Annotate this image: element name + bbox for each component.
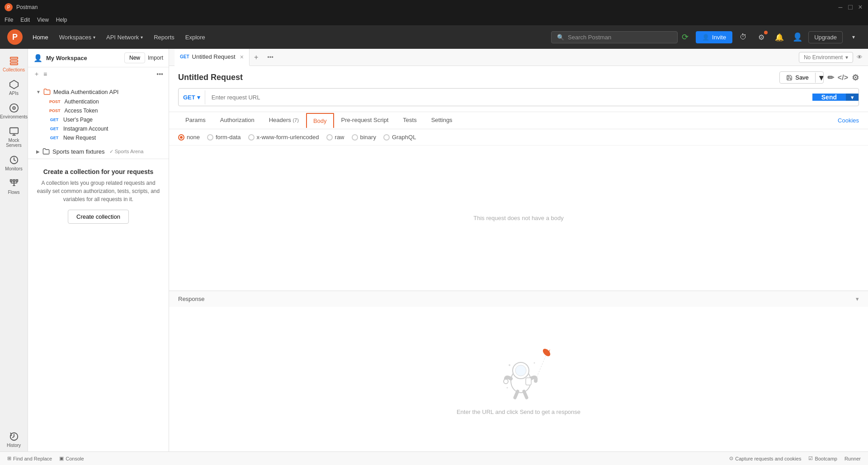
maximize-button[interactable]: □	[847, 4, 854, 10]
main-layout: Collections APIs Environments Mock Serve…	[0, 49, 868, 451]
tab-pre-request-script[interactable]: Pre-request Script	[334, 112, 396, 129]
invite-icon: 👤	[702, 34, 709, 41]
tab-params[interactable]: Params	[178, 112, 213, 129]
find-replace-icon: ⊞	[7, 456, 11, 461]
menu-file[interactable]: File	[5, 17, 13, 23]
sports-collection-name: Sports team fixtures	[52, 148, 105, 155]
env-name: No Environment	[804, 54, 843, 61]
new-button[interactable]: New	[124, 52, 145, 63]
send-chevron-button[interactable]: ▾	[846, 94, 859, 101]
body-option-binary[interactable]: binary	[352, 134, 376, 141]
search-icon: 🔍	[557, 34, 564, 41]
collection-folder-icon	[43, 88, 51, 95]
body-option-form-data[interactable]: form-data	[207, 134, 241, 141]
response-collapse-icon[interactable]: ▾	[856, 296, 859, 302]
radio-form-data	[207, 134, 213, 141]
nav-api-network[interactable]: API Network ▾	[102, 31, 147, 43]
endpoint-access-token[interactable]: POST Access Token	[33, 106, 163, 115]
tabs-more-button[interactable]: •••	[263, 51, 278, 63]
titlebar-controls[interactable]: – □ ×	[837, 4, 863, 10]
collection-sports-header[interactable]: ▶ Sports team fixtures ✓ Sports Arena	[33, 146, 163, 157]
code-icon[interactable]: </>	[838, 74, 848, 82]
edit-icon[interactable]: ✏	[827, 73, 834, 83]
save-button[interactable]: Save	[780, 72, 815, 83]
endpoint-instagram[interactable]: GET Instagram Account	[33, 124, 163, 133]
sidebar-item-monitors[interactable]: Monitors	[1, 151, 27, 175]
save-chevron-icon[interactable]: ▾	[815, 73, 823, 83]
upgrade-button[interactable]: Upgrade	[808, 31, 843, 43]
tab-headers[interactable]: Headers (7)	[262, 112, 306, 129]
sidebar-item-environments[interactable]: Environments	[1, 99, 27, 123]
tab-authorization[interactable]: Authorization	[213, 112, 262, 129]
find-replace-label: Find and Replace	[13, 456, 52, 461]
close-button[interactable]: ×	[857, 4, 863, 10]
tab-body[interactable]: Body	[306, 113, 334, 128]
body-option-urlencoded[interactable]: x-www-form-urlencoded	[248, 134, 319, 141]
menu-help[interactable]: Help	[56, 17, 67, 23]
monitors-label: Monitors	[5, 166, 22, 171]
capture-button[interactable]: ⊙ Capture requests and cookies	[729, 456, 801, 461]
headers-count: (7)	[292, 117, 298, 123]
sidebar-item-collections[interactable]: Collections	[1, 52, 27, 76]
svg-rect-16	[526, 378, 531, 385]
menu-edit[interactable]: Edit	[20, 17, 30, 23]
app-name: Postman	[16, 4, 38, 10]
collections-list: ▼ Media Authentication API POST Authenti…	[28, 81, 169, 451]
method-chevron-icon: ▾	[197, 94, 200, 101]
invite-button[interactable]: 👤 Invite	[696, 31, 732, 43]
nav-workspaces[interactable]: Workspaces ▾	[55, 31, 100, 43]
runner-button[interactable]: Runner	[844, 456, 861, 461]
expand-icon-button[interactable]: ▾	[846, 30, 861, 44]
nav-reports[interactable]: Reports	[149, 31, 179, 43]
tab-tests[interactable]: Tests	[396, 112, 424, 129]
svg-point-18	[534, 362, 535, 364]
endpoint-users-page[interactable]: GET User's Page	[33, 115, 163, 124]
env-eye-icon[interactable]: 👁	[857, 54, 863, 61]
tab-close-icon[interactable]: ×	[240, 53, 244, 61]
sidebar-item-history[interactable]: History	[1, 428, 27, 451]
search-bar[interactable]: 🔍 Search Postman	[551, 31, 678, 43]
body-option-raw[interactable]: raw	[326, 134, 344, 141]
avatar-button[interactable]: 👤	[790, 30, 805, 44]
import-button[interactable]: Import	[148, 52, 163, 63]
menu-view[interactable]: View	[37, 17, 49, 23]
nav-home[interactable]: Home	[28, 31, 53, 43]
endpoint-new-request[interactable]: GET New Request	[33, 133, 163, 142]
console-icon: ▣	[59, 456, 64, 461]
mock-servers-icon	[9, 127, 19, 136]
body-option-none[interactable]: none	[178, 134, 200, 141]
minimize-button[interactable]: –	[837, 4, 844, 10]
timer-icon-button[interactable]: ⏱	[736, 30, 750, 44]
request-title-row: Untitled Request Save ▾ ✏ </> ⚙	[178, 71, 859, 84]
send-button[interactable]: Send	[812, 94, 846, 101]
collection-media-auth-header[interactable]: ▼ Media Authentication API	[33, 86, 163, 97]
add-collection-icon[interactable]: ＋	[33, 70, 40, 78]
new-tab-button[interactable]: +	[250, 51, 263, 64]
svg-point-17	[509, 364, 510, 366]
tab-settings[interactable]: Settings	[424, 112, 460, 129]
url-input[interactable]	[205, 90, 812, 104]
console-button[interactable]: ▣ Console	[59, 456, 84, 461]
sync-icon-button[interactable]: ⟳	[678, 30, 692, 44]
settings-request-icon[interactable]: ⚙	[852, 73, 859, 83]
radio-urlencoded	[248, 134, 255, 141]
body-option-graphql[interactable]: GraphQL	[383, 134, 416, 141]
monitors-icon	[9, 155, 19, 165]
create-collection-button[interactable]: Create collection	[68, 210, 129, 224]
bootcamp-button[interactable]: ☑ Bootcamp	[808, 456, 837, 461]
environment-dropdown[interactable]: No Environment ▾	[799, 52, 853, 63]
sidebar-item-mock-servers[interactable]: Mock Servers	[1, 123, 27, 151]
send-btn-container: Send ▾	[812, 94, 859, 101]
nav-explore[interactable]: Explore	[181, 31, 210, 43]
tab-untitled-request[interactable]: GET Untitled Request ×	[175, 49, 250, 66]
method-select[interactable]: GET ▾	[179, 90, 205, 104]
collections-panel: 👤 My Workspace New Import ＋ ≡ ••• ▼ Medi…	[28, 49, 169, 451]
filter-icon[interactable]: ≡	[43, 70, 47, 78]
cookies-link[interactable]: Cookies	[838, 117, 859, 124]
sidebar-item-flows[interactable]: Flows	[1, 175, 27, 198]
sidebar-item-apis[interactable]: APIs	[1, 76, 27, 99]
endpoint-authentication[interactable]: POST Authentication	[33, 97, 163, 106]
find-replace-button[interactable]: ⊞ Find and Replace	[7, 456, 52, 461]
more-options-icon[interactable]: •••	[156, 70, 163, 78]
bell-icon-button[interactable]: 🔔	[772, 30, 787, 44]
